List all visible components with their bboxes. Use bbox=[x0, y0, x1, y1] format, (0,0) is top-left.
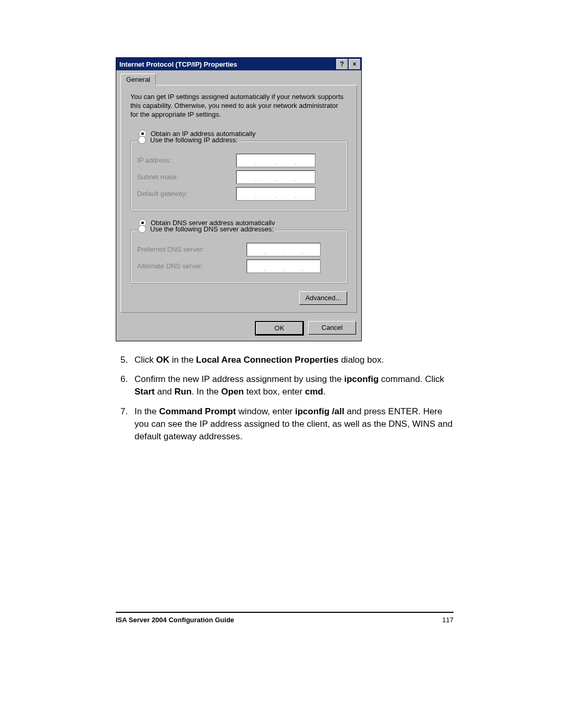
footer-title: ISA Server 2004 Configuration Guide bbox=[116, 616, 234, 624]
input-ip-address[interactable]: . . . bbox=[236, 154, 315, 167]
label-pref-dns: Preferred DNS server: bbox=[137, 245, 247, 253]
input-default-gateway[interactable]: . . . bbox=[236, 187, 315, 201]
radio-use-dns[interactable]: Use the following DNS server addresses: bbox=[137, 225, 275, 233]
tab-container: General You can get IP settings assigned… bbox=[116, 70, 361, 317]
page-number: 117 bbox=[442, 616, 454, 624]
radio-icon bbox=[138, 136, 146, 144]
tcpip-properties-dialog: Internet Protocol (TCP/IP) Properties ? … bbox=[116, 57, 362, 341]
help-button[interactable]: ? bbox=[336, 59, 348, 69]
field-preferred-dns: Preferred DNS server: . . . bbox=[137, 243, 340, 256]
ip-address-group: Use the following IP address: IP address… bbox=[130, 141, 347, 211]
field-subnet-mask: Subnet mask: . . . bbox=[137, 170, 340, 184]
ok-button[interactable]: OK bbox=[256, 322, 303, 335]
input-preferred-dns[interactable]: . . . bbox=[247, 243, 321, 256]
label-gateway: Default gateway: bbox=[137, 190, 236, 198]
step-5: Click OK in the Local Area Connection Pr… bbox=[130, 354, 454, 366]
page-footer: ISA Server 2004 Configuration Guide 117 bbox=[116, 612, 454, 624]
general-panel: You can get IP settings assigned automat… bbox=[120, 85, 357, 313]
instruction-list: Click OK in the Local Area Connection Pr… bbox=[116, 354, 454, 443]
tab-strip: General bbox=[120, 73, 357, 85]
step-6: Confirm the new IP address assignment by… bbox=[130, 373, 454, 398]
document-page: Internet Protocol (TCP/IP) Properties ? … bbox=[0, 0, 563, 728]
radio-use-ip[interactable]: Use the following IP address: bbox=[137, 136, 239, 144]
label-alt-dns: Alternate DNS server: bbox=[137, 262, 247, 270]
input-subnet-mask[interactable]: . . . bbox=[236, 170, 315, 184]
close-button[interactable]: × bbox=[349, 59, 360, 69]
advanced-button[interactable]: Advanced... bbox=[299, 291, 347, 305]
step-7: In the Command Prompt window, enter ipco… bbox=[130, 405, 454, 442]
intro-text: You can get IP settings assigned automat… bbox=[130, 93, 347, 119]
tab-general[interactable]: General bbox=[120, 73, 156, 85]
radio-label: Use the following DNS server addresses: bbox=[150, 225, 274, 233]
cancel-button[interactable]: Cancel bbox=[308, 321, 356, 335]
dialog-titlebar: Internet Protocol (TCP/IP) Properties ? … bbox=[116, 58, 361, 70]
ok-button-wrap: OK bbox=[255, 321, 304, 336]
dialog-button-row: OK Cancel bbox=[116, 317, 361, 341]
input-alternate-dns[interactable]: . . . bbox=[247, 260, 321, 273]
field-default-gateway: Default gateway: . . . bbox=[137, 187, 340, 201]
radio-icon bbox=[138, 225, 146, 233]
advanced-row: Advanced... bbox=[130, 291, 347, 305]
label-subnet: Subnet mask: bbox=[137, 173, 236, 181]
label-ip: IP address: bbox=[137, 156, 236, 164]
field-alternate-dns: Alternate DNS server: . . . bbox=[137, 260, 340, 273]
radio-label: Use the following IP address: bbox=[150, 136, 238, 144]
dialog-title: Internet Protocol (TCP/IP) Properties bbox=[119, 60, 335, 68]
field-ip-address: IP address: . . . bbox=[137, 154, 340, 167]
dns-group: Use the following DNS server addresses: … bbox=[130, 230, 347, 283]
